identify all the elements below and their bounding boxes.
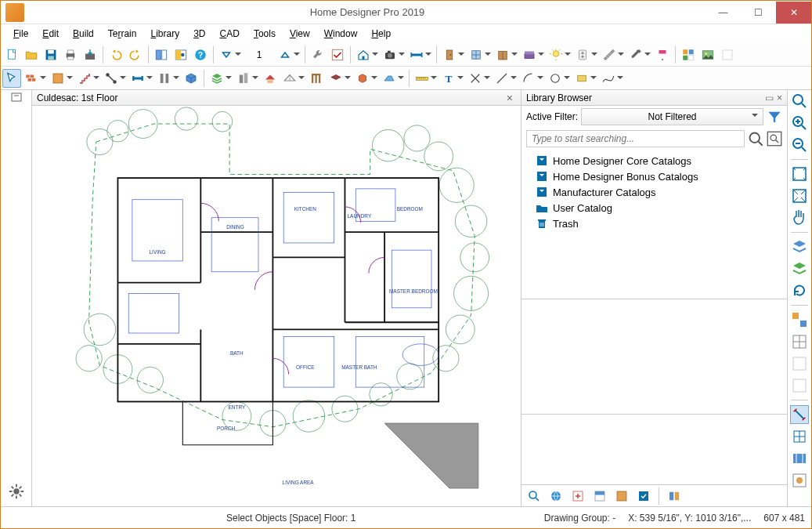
tree-item-trash[interactable]: Trash <box>526 216 782 231</box>
beam-tool[interactable] <box>128 69 147 88</box>
spline-tool[interactable] <box>599 69 618 88</box>
camera-button[interactable] <box>381 45 399 64</box>
wall-tool[interactable] <box>22 69 41 88</box>
roof-tool[interactable] <box>261 69 280 88</box>
fill-window-tool[interactable] <box>790 187 809 205</box>
stairs-tool[interactable] <box>75 69 94 88</box>
lib-view-button[interactable] <box>665 487 684 505</box>
zoom-out-tool[interactable] <box>790 136 809 154</box>
palette-button[interactable] <box>679 45 698 64</box>
side-panel-toggle[interactable] <box>152 45 171 64</box>
door-tool[interactable] <box>440 45 459 64</box>
outlet-tool[interactable] <box>573 45 592 64</box>
filter-funnel-icon[interactable] <box>767 109 782 125</box>
lib-check-button[interactable] <box>634 487 653 505</box>
light-tool[interactable] <box>547 45 565 64</box>
intersect-tool[interactable] <box>466 69 485 88</box>
menu-window[interactable]: Window <box>318 27 364 41</box>
window-tool[interactable] <box>467 45 485 64</box>
layers-dropdown[interactable] <box>208 69 226 88</box>
menu-view[interactable]: View <box>283 27 316 41</box>
building-tool[interactable] <box>234 69 253 88</box>
lib-add-button[interactable] <box>568 487 587 505</box>
fit-window-tool[interactable] <box>790 165 809 183</box>
print-button[interactable] <box>61 45 80 64</box>
cross-section-tool[interactable] <box>790 449 809 468</box>
text-tool[interactable]: T <box>439 69 458 88</box>
furniture-tool[interactable] <box>520 45 539 64</box>
select-tool[interactable] <box>2 69 21 88</box>
floorplan-canvas[interactable]: LIVING DINING KITCHEN LAUNDRY BEDROOM OF… <box>32 106 521 506</box>
menu-edit[interactable]: Edit <box>36 27 65 41</box>
menu-library[interactable]: Library <box>144 27 186 41</box>
grid-tool[interactable] <box>790 332 809 351</box>
search-icon[interactable] <box>748 131 763 147</box>
circle-tool[interactable] <box>546 69 565 88</box>
framing-tool[interactable] <box>307 69 326 88</box>
library-search-input[interactable] <box>526 130 745 147</box>
connect-tool[interactable] <box>102 69 121 88</box>
cabinet-tool[interactable] <box>493 45 512 64</box>
pin-icon[interactable] <box>10 92 23 104</box>
arc-tool[interactable] <box>519 69 538 88</box>
layer-view2-tool[interactable] <box>790 259 809 278</box>
lib-search-button[interactable] <box>525 487 543 505</box>
menu-cad[interactable]: CAD <box>214 27 246 41</box>
down-floor-button[interactable] <box>217 45 236 64</box>
lib-pane-button[interactable] <box>590 487 609 505</box>
plane-tool[interactable] <box>380 69 399 88</box>
menu-file[interactable]: File <box>7 27 34 41</box>
tree-item-manufacturer[interactable]: Manufacturer Catalogs <box>526 184 782 200</box>
home-view-button[interactable] <box>354 45 373 64</box>
tree-item-bonus[interactable]: Home Designer Bonus Catalogs <box>526 168 782 184</box>
3d-shape-tool[interactable] <box>353 69 372 88</box>
blank-view-tool[interactable] <box>790 354 809 373</box>
room-tool[interactable] <box>49 69 67 88</box>
detail-tool[interactable] <box>790 471 809 490</box>
blank-button1[interactable] <box>718 45 737 64</box>
gable-tool[interactable] <box>280 69 299 88</box>
eyedropper-tool[interactable] <box>626 45 645 64</box>
refresh-tool[interactable] <box>790 281 809 300</box>
settings-gear-icon[interactable] <box>8 483 25 500</box>
search-in-icon[interactable] <box>767 131 782 147</box>
measure-tool[interactable] <box>600 45 619 64</box>
menu-help[interactable]: Help <box>365 27 397 41</box>
new-file-button[interactable] <box>2 45 21 64</box>
rect-tool[interactable] <box>572 69 591 88</box>
wrench-button[interactable] <box>309 45 327 64</box>
ruler-tool[interactable] <box>413 69 431 88</box>
line-tool[interactable] <box>493 69 511 88</box>
pan-tool[interactable] <box>790 208 809 227</box>
layer-view-tool[interactable] <box>790 237 809 256</box>
check-button[interactable] <box>328 45 347 64</box>
blank-view-tool2[interactable] <box>790 376 809 395</box>
tree-item-core[interactable]: Home Designer Core Catalogs <box>526 153 782 168</box>
canvas-tab-close[interactable]: × <box>503 92 516 104</box>
dimension-style-tool[interactable] <box>790 405 809 424</box>
save-button[interactable] <box>42 45 60 64</box>
perspective-tool[interactable] <box>790 310 809 329</box>
library-close-icon[interactable]: × <box>777 92 782 103</box>
library-dock-icon[interactable]: ▭ <box>765 92 774 103</box>
menu-build[interactable]: Build <box>67 27 100 41</box>
picture-button[interactable] <box>698 45 717 64</box>
up-floor-button[interactable] <box>276 45 294 64</box>
box-tool[interactable] <box>182 69 200 88</box>
floor-spinner[interactable]: 1 <box>244 49 275 60</box>
filter-dropdown[interactable]: Not Filtered <box>581 108 763 125</box>
dimension-button[interactable] <box>407 45 426 64</box>
menu-terrain[interactable]: Terrain <box>102 27 143 41</box>
open-file-button[interactable] <box>22 45 41 64</box>
close-button[interactable]: ✕ <box>776 2 811 24</box>
menu-tools[interactable]: Tools <box>247 27 282 41</box>
help-button[interactable]: ? <box>191 45 210 64</box>
minimize-button[interactable]: — <box>706 2 741 24</box>
zoom-tool[interactable] <box>790 92 809 111</box>
slab-tool[interactable] <box>327 69 345 88</box>
column-tool[interactable] <box>155 69 174 88</box>
redo-button[interactable] <box>126 45 145 64</box>
tree-item-user[interactable]: User Catalog <box>526 200 782 216</box>
lib-aux-button[interactable] <box>612 487 631 505</box>
paint-tool[interactable] <box>653 45 672 64</box>
